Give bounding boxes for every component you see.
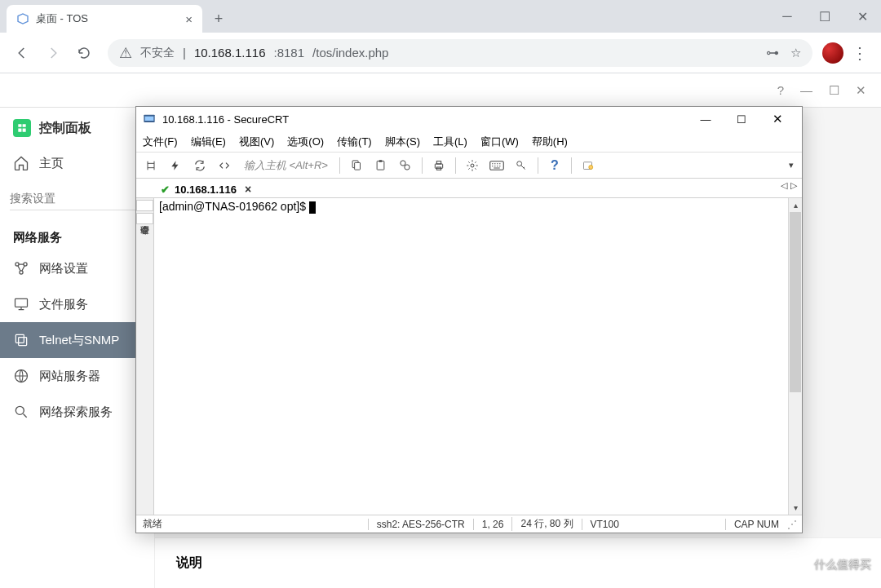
insecure-label: 不安全	[140, 46, 175, 60]
watermark-text: 什么值得买	[814, 558, 871, 573]
crt-menu-transfer[interactable]: 传输(T)	[337, 135, 372, 149]
crt-settings-icon[interactable]	[463, 156, 482, 175]
crt-paste-icon[interactable]	[371, 156, 391, 175]
forward-button[interactable]	[39, 39, 67, 67]
app-minimize-button[interactable]: —	[800, 83, 812, 97]
profile-avatar[interactable]	[822, 42, 843, 64]
crt-lock-icon[interactable]	[578, 156, 598, 175]
svg-rect-9	[145, 117, 154, 121]
search-input[interactable]	[10, 186, 144, 210]
sidebar-item-label: 网络设置	[39, 261, 88, 276]
crt-menu-view[interactable]: 视图(V)	[239, 135, 274, 149]
tab-close-icon[interactable]: ×	[185, 12, 193, 26]
panel-header: 控制面板	[0, 108, 154, 145]
crt-titlebar[interactable]: 10.168.1.116 - SecureCRT — ☐ ✕	[136, 107, 802, 131]
url-port: :8181	[274, 46, 305, 60]
resize-grip-icon[interactable]: ⋰	[787, 519, 795, 530]
crt-tab-close-icon[interactable]: ×	[245, 183, 251, 196]
crt-find-icon[interactable]	[396, 156, 415, 175]
sidebar-item-telnet-snmp[interactable]: Telnet与SNMP	[0, 322, 154, 358]
sidebar-item-network-discovery[interactable]: 网络探索服务	[0, 394, 154, 430]
browser-tab[interactable]: 桌面 - TOS ×	[7, 5, 202, 33]
url-path: /tos/index.php	[312, 46, 388, 60]
crt-print-icon[interactable]	[429, 156, 449, 175]
panel-icon	[13, 119, 31, 137]
crt-menubar: 文件(F) 编辑(E) 视图(V) 选项(O) 传输(T) 脚本(S) 工具(L…	[136, 131, 802, 153]
crt-host-input[interactable]: 输入主机 <Alt+R>	[239, 158, 333, 173]
svg-point-21	[517, 161, 522, 166]
sidebar-search	[10, 186, 144, 210]
sidebar-item-network-settings[interactable]: 网络设置	[0, 250, 154, 286]
crt-sidetab-sessions[interactable]: 会话管理	[136, 200, 153, 211]
crt-tab-next-icon[interactable]: ▷	[790, 180, 797, 191]
toolbar-overflow-icon[interactable]: ▾	[789, 160, 797, 170]
app-maximize-button[interactable]: ☐	[829, 83, 839, 98]
svg-rect-13	[379, 160, 383, 162]
crt-session-tabs: ✔ 10.168.1.116 × ◁ ▷	[136, 179, 802, 198]
crt-scrollbar[interactable]: ▴ ▾	[788, 198, 802, 515]
toolbar-separator	[538, 157, 538, 174]
svg-point-7	[15, 406, 24, 414]
svg-rect-11	[355, 162, 361, 170]
crt-keyboard-icon[interactable]	[487, 156, 507, 175]
scroll-thumb[interactable]	[790, 212, 801, 392]
crt-menu-options[interactable]: 选项(O)	[287, 135, 324, 149]
globe-icon	[13, 368, 29, 384]
crt-cursor	[309, 201, 316, 214]
crt-sidetab-commands[interactable]: 命令管理	[136, 213, 153, 224]
sidebar-item-home[interactable]: 主页	[0, 145, 154, 181]
crt-toolbar: 输入主机 <Alt+R> ? ▾	[136, 153, 802, 179]
tab-favicon-icon	[16, 12, 29, 25]
browser-minimize-button[interactable]: ─	[768, 0, 806, 33]
crt-maximize-button[interactable]: ☐	[724, 108, 759, 130]
crt-quick-connect-icon[interactable]	[166, 156, 185, 175]
sidebar-item-label: 主页	[39, 156, 64, 171]
app-close-button[interactable]: ✕	[856, 83, 866, 98]
crt-menu-file[interactable]: 文件(F)	[143, 135, 178, 149]
crt-minimize-button[interactable]: —	[688, 108, 724, 130]
crt-help-icon[interactable]: ?	[545, 156, 564, 175]
toolbar-separator	[339, 157, 340, 174]
crt-terminal[interactable]: [admin@TNAS-019662 opt]$	[154, 198, 788, 515]
crt-disconnect-icon[interactable]	[215, 156, 234, 175]
crt-connect-icon[interactable]	[141, 156, 161, 175]
crt-menu-script[interactable]: 脚本(S)	[385, 135, 420, 149]
browser-titlebar: 桌面 - TOS × + ─ ☐ ✕	[0, 0, 881, 33]
crt-close-button[interactable]: ✕	[759, 108, 795, 130]
bookmark-icon[interactable]: ☆	[790, 46, 801, 60]
scroll-down-icon[interactable]: ▾	[789, 501, 802, 515]
crt-connected-icon: ✔	[161, 183, 170, 196]
back-button[interactable]	[8, 39, 36, 67]
address-bar[interactable]: ⚠ 不安全 | 10.168.1.116:8181/tos/index.php …	[108, 39, 812, 67]
key-icon[interactable]: ⊶	[766, 45, 779, 60]
crt-tab-prev-icon[interactable]: ◁	[781, 180, 787, 191]
crt-statusbar: 就绪 ssh2: AES-256-CTR 1, 26 24 行, 80 列 VT…	[136, 515, 802, 533]
svg-point-1	[24, 263, 27, 266]
crt-menu-edit[interactable]: 编辑(E)	[191, 135, 226, 149]
status-size: 24 行, 80 列	[511, 517, 581, 531]
crt-menu-tools[interactable]: 工具(L)	[433, 135, 467, 149]
crt-copy-icon[interactable]	[347, 156, 366, 175]
scroll-up-icon[interactable]: ▴	[789, 198, 802, 212]
crt-menu-window[interactable]: 窗口(W)	[480, 135, 519, 149]
crt-session-tab[interactable]: ✔ 10.168.1.116 ×	[154, 181, 258, 197]
browser-close-button[interactable]: ✕	[843, 0, 881, 33]
sidebar-item-web-server[interactable]: 网站服务器	[0, 358, 154, 394]
svg-point-15	[405, 165, 410, 170]
help-icon[interactable]: ?	[777, 83, 784, 97]
status-cursor: 1, 26	[473, 519, 512, 530]
crt-menu-help[interactable]: 帮助(H)	[532, 135, 568, 149]
browser-maximize-button[interactable]: ☐	[806, 0, 843, 33]
crt-key-icon[interactable]	[511, 156, 531, 175]
crt-side-panels: 会话管理 命令管理	[136, 198, 154, 515]
svg-point-19	[471, 164, 474, 167]
content-heading: 说明	[155, 537, 881, 588]
new-tab-button[interactable]: +	[207, 7, 230, 30]
crt-main: 会话管理 命令管理 [admin@TNAS-019662 opt]$ ▴ ▾	[136, 198, 802, 515]
svg-rect-17	[436, 161, 440, 163]
toolbar-separator	[455, 157, 456, 174]
crt-reconnect-icon[interactable]	[190, 156, 210, 175]
reload-button[interactable]	[70, 39, 98, 67]
sidebar-item-file-services[interactable]: 文件服务	[0, 286, 154, 322]
browser-menu-button[interactable]: ⋮	[847, 43, 873, 63]
